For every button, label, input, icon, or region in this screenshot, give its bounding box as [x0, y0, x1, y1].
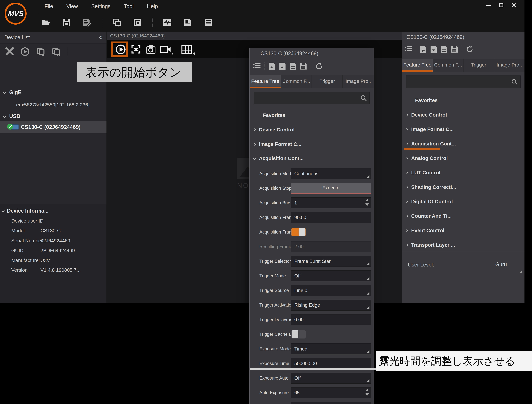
- frame-rate-enable-toggle[interactable]: [291, 228, 306, 236]
- tree-item-digital-io[interactable]: Digital IO Control: [402, 198, 525, 205]
- chevron-right-icon[interactable]: [405, 200, 408, 203]
- tree-item-selected-camera[interactable]: ✓ CS130-C (02J64924469): [0, 121, 107, 133]
- tree-group-gige[interactable]: GigE: [0, 89, 107, 96]
- tree-view-icon[interactable]: [253, 62, 261, 71]
- device-tools-icon[interactable]: [3, 47, 16, 56]
- spin-down-icon[interactable]: [365, 204, 369, 206]
- trigger-mode-select[interactable]: Off: [291, 270, 371, 281]
- tree-item-transport-layer[interactable]: Transport Layer ...: [402, 242, 525, 248]
- feature-file-icon[interactable]: [440, 45, 448, 53]
- trigger-delay-input[interactable]: 0.00: [291, 314, 371, 325]
- tree-item-image-format[interactable]: Image Format C...: [250, 141, 374, 148]
- chevron-right-icon[interactable]: [405, 114, 408, 116]
- import-features-icon[interactable]: [419, 45, 427, 53]
- trigger-cache-toggle[interactable]: [291, 330, 306, 339]
- import-features-icon[interactable]: [268, 62, 276, 71]
- chevron-down-icon[interactable]: [3, 91, 6, 94]
- close-button[interactable]: ×: [511, 2, 517, 8]
- chevron-down-icon[interactable]: [3, 115, 6, 118]
- save-as-icon[interactable]: [81, 17, 93, 28]
- execute-button[interactable]: Execute: [291, 183, 371, 194]
- tree-item-lut-control[interactable]: LUT Control: [402, 169, 525, 176]
- pause-all-acquisition-icon[interactable]: [50, 47, 63, 56]
- refresh-icon[interactable]: [465, 45, 474, 53]
- chevron-down-icon[interactable]: [2, 209, 5, 212]
- chevron-down-icon[interactable]: [193, 52, 196, 55]
- search-input[interactable]: [408, 76, 500, 88]
- tree-group-usb[interactable]: USB: [0, 113, 107, 120]
- export-window-icon[interactable]: [111, 17, 123, 28]
- chevron-right-icon[interactable]: [253, 143, 256, 146]
- tree-view-icon[interactable]: [405, 45, 413, 53]
- search-icon[interactable]: [511, 79, 518, 85]
- chevron-right-icon[interactable]: [405, 229, 408, 232]
- tree-item-device-control[interactable]: Device Control: [250, 126, 374, 133]
- acquisition-mode-select[interactable]: Continuous: [291, 168, 371, 179]
- partial-input[interactable]: [291, 402, 371, 404]
- start-preview-icon[interactable]: [19, 47, 31, 56]
- save-icon[interactable]: [61, 17, 72, 28]
- exposure-mode-select[interactable]: Timed: [291, 343, 371, 354]
- refresh-icon[interactable]: [315, 62, 323, 71]
- open-folder-icon[interactable]: [40, 17, 52, 28]
- split-view-icon[interactable]: [181, 44, 192, 55]
- tree-item-device-control[interactable]: Device Control: [402, 111, 525, 118]
- chevron-down-icon[interactable]: [253, 157, 256, 160]
- chevron-right-icon[interactable]: [405, 186, 408, 188]
- menu-tool[interactable]: Tool: [117, 0, 140, 13]
- spin-up-icon[interactable]: [365, 389, 369, 391]
- chevron-right-icon[interactable]: [405, 128, 408, 131]
- tree-item-gige-interface[interactable]: enx58278cbf2559[192.168.2.236]: [0, 101, 107, 108]
- chevron-right-icon[interactable]: [405, 215, 408, 217]
- waveform-icon[interactable]: [162, 17, 173, 28]
- save-features-icon[interactable]: [299, 62, 307, 71]
- tab-feature-tree[interactable]: Feature Tree: [402, 58, 433, 71]
- tree-item-favorites[interactable]: Favorites: [402, 97, 525, 104]
- tab-common-features[interactable]: Common F...: [433, 58, 463, 71]
- spin-down-icon[interactable]: [365, 393, 369, 396]
- chevron-down-icon[interactable]: [172, 52, 175, 55]
- tab-common-features[interactable]: Common F...: [281, 75, 312, 88]
- chevron-right-icon[interactable]: [405, 171, 408, 174]
- trigger-source-select[interactable]: Line 0: [291, 285, 371, 296]
- tree-item-favorites[interactable]: Favorites: [250, 112, 374, 119]
- tree-item-image-format[interactable]: Image Format C...: [402, 126, 525, 133]
- tree-item-acquisition-control[interactable]: Acquisition Cont...: [250, 155, 374, 162]
- menu-help[interactable]: Help: [140, 0, 165, 13]
- exposure-time-input[interactable]: 500000.00: [291, 358, 371, 369]
- tree-item-analog-control[interactable]: Analog Control: [402, 155, 525, 162]
- tree-item-shading-correction[interactable]: Shading Correcti...: [402, 184, 525, 191]
- menu-view[interactable]: View: [60, 0, 85, 13]
- tab-image-processing[interactable]: Image Pro..: [343, 75, 374, 88]
- image-document-icon[interactable]: [182, 17, 194, 28]
- menu-settings[interactable]: Settings: [84, 0, 117, 13]
- chevron-right-icon[interactable]: [405, 157, 408, 160]
- single-window-icon[interactable]: [132, 17, 143, 28]
- feature-file-icon[interactable]: [289, 62, 297, 71]
- record-icon[interactable]: [160, 44, 171, 55]
- chevron-right-icon[interactable]: [253, 128, 256, 131]
- property-list-icon[interactable]: [203, 17, 214, 28]
- fit-window-icon[interactable]: [130, 44, 142, 55]
- acquisition-burst-spinner[interactable]: 1: [291, 197, 371, 208]
- collapse-panel-icon[interactable]: «: [99, 32, 102, 43]
- device-info-header[interactable]: Device Informa...: [0, 207, 107, 214]
- spin-up-icon[interactable]: [365, 199, 369, 201]
- tree-item-counter-timer[interactable]: Counter And Ti...: [402, 212, 525, 219]
- tab-trigger[interactable]: Trigger: [463, 58, 494, 71]
- menu-file[interactable]: File: [38, 0, 60, 13]
- chevron-right-icon[interactable]: [405, 244, 408, 246]
- start-all-acquisition-icon[interactable]: [34, 47, 47, 56]
- tab-feature-tree[interactable]: Feature Tree: [250, 75, 281, 88]
- snapshot-icon[interactable]: [145, 44, 156, 55]
- search-input[interactable]: [256, 92, 348, 104]
- export-features-icon[interactable]: [278, 62, 287, 71]
- search-icon[interactable]: [361, 95, 367, 101]
- tree-item-acquisition-control[interactable]: Acquisition Cont...: [402, 140, 525, 147]
- tab-image-processing[interactable]: Image Pro..: [494, 58, 525, 71]
- acquisition-frame-rate-input[interactable]: 90.00: [291, 212, 371, 223]
- trigger-selector-select[interactable]: Frame Burst Star: [291, 256, 371, 267]
- chevron-right-icon[interactable]: [405, 142, 408, 145]
- auto-exposure-time-spinner[interactable]: 65: [291, 387, 371, 398]
- save-features-icon[interactable]: [450, 45, 459, 53]
